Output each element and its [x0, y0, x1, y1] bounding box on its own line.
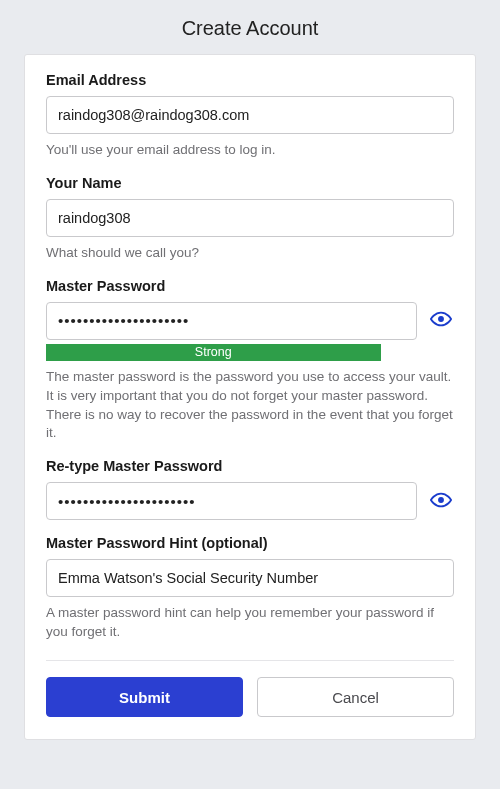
retype-input[interactable] [46, 482, 417, 520]
email-field-group: Email Address You'll use your email addr… [46, 72, 454, 160]
password-input[interactable] [46, 302, 417, 340]
divider [46, 660, 454, 661]
email-help: You'll use your email address to log in. [46, 141, 454, 160]
svg-point-1 [438, 497, 444, 503]
name-input[interactable] [46, 199, 454, 237]
eye-icon [430, 311, 452, 330]
svg-point-0 [438, 316, 444, 322]
button-row: Submit Cancel [46, 677, 454, 717]
hint-label: Master Password Hint (optional) [46, 535, 454, 551]
hint-input[interactable] [46, 559, 454, 597]
password-strength-bar: Strong [46, 344, 381, 361]
name-field-group: Your Name What should we call you? [46, 175, 454, 263]
page-title: Create Account [0, 0, 500, 54]
password-field-group: Master Password Strong The master passwo… [46, 278, 454, 444]
submit-button[interactable]: Submit [46, 677, 243, 717]
name-label: Your Name [46, 175, 454, 191]
cancel-button[interactable]: Cancel [257, 677, 454, 717]
toggle-password-visibility[interactable] [428, 309, 454, 332]
name-help: What should we call you? [46, 244, 454, 263]
hint-field-group: Master Password Hint (optional) A master… [46, 535, 454, 642]
password-help: The master password is the password you … [46, 368, 454, 444]
retype-field-group: Re-type Master Password [46, 458, 454, 520]
retype-label: Re-type Master Password [46, 458, 454, 474]
create-account-card: Email Address You'll use your email addr… [24, 54, 476, 740]
toggle-retype-visibility[interactable] [428, 490, 454, 513]
hint-help: A master password hint can help you reme… [46, 604, 454, 642]
eye-icon [430, 492, 452, 511]
email-label: Email Address [46, 72, 454, 88]
password-label: Master Password [46, 278, 454, 294]
email-input[interactable] [46, 96, 454, 134]
